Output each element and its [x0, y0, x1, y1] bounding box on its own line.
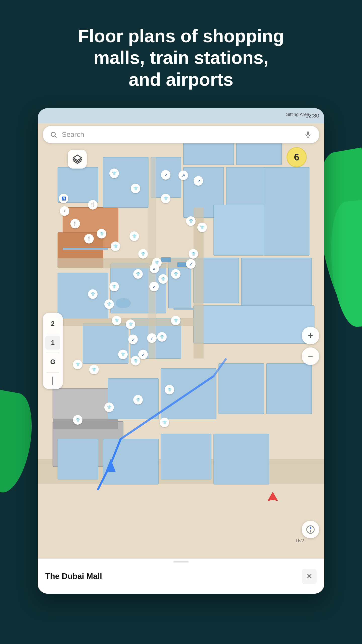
floor-indicator: [52, 377, 53, 385]
close-button[interactable]: ✕: [302, 569, 317, 584]
svg-rect-5: [53, 419, 118, 429]
svg-point-45: [51, 132, 55, 136]
zoom-controls: + −: [302, 327, 319, 365]
sitting-area-label: Sitting Area: [286, 112, 309, 117]
svg-rect-13: [241, 258, 312, 308]
status-bar: Sitting Area 12:30: [38, 108, 324, 123]
shop-pin-21[interactable]: 👕: [157, 332, 167, 342]
svg-rect-42: [161, 257, 171, 262]
svg-rect-43: [177, 262, 187, 267]
zoom-out-button[interactable]: −: [302, 347, 319, 365]
floor-1[interactable]: 1: [45, 336, 60, 350]
shop-pin-17[interactable]: 👕: [104, 299, 114, 309]
map-area[interactable]: Sitting Area 12:30 Search: [38, 108, 324, 594]
search-input[interactable]: Search: [62, 131, 303, 139]
shop-pin-1[interactable]: 👕: [109, 169, 119, 178]
shop-pin-14[interactable]: 👕: [189, 249, 198, 259]
svg-marker-51: [268, 492, 278, 501]
compass-button[interactable]: [302, 521, 319, 538]
svg-rect-34: [173, 308, 194, 310]
shop-pin-9[interactable]: 👕: [133, 269, 143, 279]
shop-pin-4[interactable]: 👕: [97, 229, 106, 238]
layers-icon: [72, 154, 82, 164]
road-label: 15/2: [295, 538, 304, 543]
shop-pin-18[interactable]: 👕: [112, 316, 121, 325]
zoom-in-button[interactable]: +: [302, 327, 319, 344]
food-pin-1[interactable]: 🍴: [88, 200, 98, 210]
bg-decoration-left: [0, 390, 39, 496]
svg-rect-31: [161, 434, 211, 479]
shop-pin-11[interactable]: 👕: [171, 269, 180, 279]
floor-divider-1: [47, 333, 59, 333]
floor-divider-2: [47, 352, 59, 352]
svg-point-44: [116, 298, 131, 308]
escalator-up-2[interactable]: ↗: [178, 171, 188, 180]
layer-button[interactable]: [68, 150, 87, 169]
shop-pin-2[interactable]: 👕: [131, 184, 140, 193]
shop-pin-12[interactable]: 👕: [186, 216, 196, 226]
info-pin-1[interactable]: ℹ: [60, 206, 69, 216]
svg-line-46: [55, 136, 56, 137]
shop-pin-13[interactable]: 👕: [197, 223, 207, 232]
escalator-down-3[interactable]: ↙: [149, 282, 159, 291]
shop-pin-5[interactable]: 👕: [111, 242, 120, 251]
svg-rect-14: [194, 306, 314, 343]
shop-pin-24[interactable]: 👕: [73, 360, 82, 369]
shop-pin-7[interactable]: 👕: [138, 249, 148, 259]
map-svg: [38, 108, 324, 594]
access-pin-1[interactable]: ♿: [59, 194, 68, 203]
shop-pin-28[interactable]: 👕: [104, 403, 114, 412]
svg-rect-33: [63, 248, 108, 250]
floor-bottom-divider: [47, 373, 59, 373]
svg-rect-10: [214, 205, 264, 255]
shop-pin-3[interactable]: 👕: [161, 194, 170, 203]
shop-pin-26[interactable]: 👕: [165, 385, 174, 394]
shop-pin-27[interactable]: 👕: [133, 395, 143, 405]
svg-rect-36: [58, 258, 194, 268]
svg-rect-32: [214, 434, 269, 484]
escalator-down-6[interactable]: ↙: [147, 333, 157, 343]
shop-pin-22[interactable]: 👕: [118, 350, 128, 359]
mic-icon[interactable]: [303, 130, 313, 140]
search-icon: [49, 130, 58, 139]
shop-pin-6[interactable]: 👕: [129, 231, 139, 241]
place-name: The Dubai Mall: [45, 572, 302, 581]
floor-2[interactable]: 2: [45, 317, 60, 331]
escalator-down-1[interactable]: ↙: [186, 259, 196, 269]
location-marker: [266, 491, 279, 504]
shop-pin-19[interactable]: 👕: [126, 319, 135, 329]
bottom-handle: [173, 561, 189, 562]
phone-mockup: Sitting Area 12:30 Search: [38, 108, 324, 594]
shop-pin-20[interactable]: 👕: [171, 316, 180, 325]
shop-pin-23[interactable]: 👕: [131, 356, 140, 366]
bottom-bar: The Dubai Mall ✕: [38, 558, 324, 594]
svg-rect-29: [58, 439, 98, 479]
shop-pin-30[interactable]: 👕: [160, 418, 169, 427]
svg-rect-11: [264, 167, 309, 255]
compass-icon: [306, 525, 315, 534]
svg-rect-28: [266, 364, 312, 414]
escalator-up-3[interactable]: ↗: [194, 176, 203, 186]
svg-marker-54: [310, 530, 311, 533]
food-pin-2[interactable]: 🍴: [70, 219, 80, 228]
escalator-down-4[interactable]: ↙: [128, 335, 138, 344]
escalator-down-2[interactable]: ↙: [150, 264, 159, 273]
shop-pin-25[interactable]: 👕: [89, 365, 99, 374]
svg-rect-27: [219, 364, 264, 414]
escalator-down-5[interactable]: ↙: [138, 350, 148, 359]
floor-selector[interactable]: 2 1 G: [43, 313, 63, 389]
svg-rect-20: [58, 273, 108, 318]
floor-badge: 6: [287, 147, 307, 167]
svg-rect-18: [103, 157, 148, 208]
escalator-up-1[interactable]: ↗: [161, 170, 170, 180]
search-bar[interactable]: Search: [43, 126, 319, 143]
header-title: Floor plans of shopping malls, train sta…: [0, 25, 362, 90]
svg-marker-53: [310, 526, 311, 530]
shop-pin-15[interactable]: 👕: [109, 282, 119, 291]
food-pin-3[interactable]: 🍴: [84, 234, 94, 244]
shop-pin-29[interactable]: 👕: [73, 415, 82, 425]
shop-pin-10[interactable]: 👕: [158, 274, 168, 284]
floor-g[interactable]: G: [45, 355, 60, 369]
svg-rect-47: [307, 132, 309, 135]
shop-pin-16[interactable]: 👕: [88, 289, 98, 299]
